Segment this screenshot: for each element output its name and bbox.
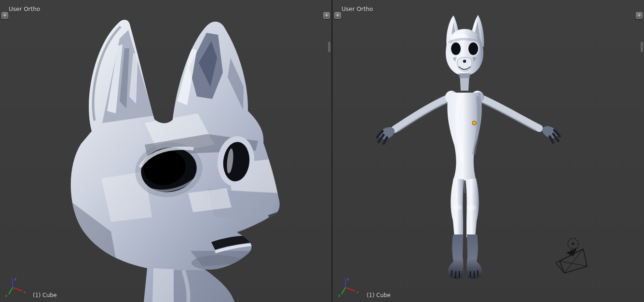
origin-dot[interactable] [472, 121, 476, 125]
blender-window: User Ortho + + z y x (1) Cube [0, 0, 644, 302]
character-body-model[interactable] [374, 15, 563, 279]
axis-label-y: y [338, 294, 340, 297]
viewport-title: User Ortho [9, 6, 40, 13]
viewport-left: User Ortho + + z y x (1) Cube [0, 0, 331, 302]
viewport-right: User Ortho + + z y x (1) Cube [333, 0, 644, 302]
axis-gizmo-icon: z y x [337, 275, 364, 297]
viewport-3d-scene[interactable] [0, 0, 331, 302]
camera-wireframe-icon[interactable] [556, 248, 587, 273]
region-plus-button[interactable]: + [334, 12, 341, 19]
axis-label-x: x [356, 290, 358, 294]
axis-label-x: x [24, 290, 26, 294]
region-plus-button[interactable]: + [636, 12, 643, 19]
viewport-scrollbar[interactable] [328, 41, 330, 52]
character-head-model[interactable] [71, 20, 280, 302]
axis-label-y: y [5, 294, 7, 297]
viewport-title: User Ortho [342, 6, 373, 13]
region-plus-button[interactable]: + [1, 12, 8, 19]
viewport-status: (1) Cube [367, 292, 391, 299]
axis-label-z: z [347, 277, 349, 281]
viewport-scrollbar[interactable] [641, 41, 643, 52]
viewport-status: (1) Cube [33, 292, 57, 299]
region-plus-button[interactable]: + [323, 12, 330, 19]
axis-label-z: z [14, 277, 16, 281]
axis-gizmo-icon: z y x [4, 275, 31, 297]
viewport-3d-scene[interactable] [333, 0, 644, 302]
